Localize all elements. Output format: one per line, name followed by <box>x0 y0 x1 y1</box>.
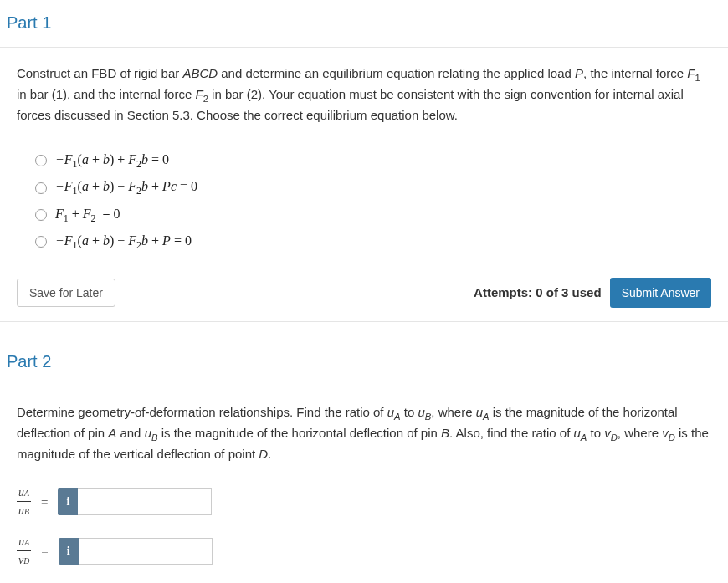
q-pinB: B <box>441 426 449 440</box>
ratio-row-1: uA uB = i <box>17 483 711 519</box>
den-sub: B <box>24 507 29 516</box>
q-vD: v <box>662 426 669 440</box>
q-vD-sub: D <box>611 432 618 442</box>
part-1: Part 1 Construct an FBD of rigid bar ABC… <box>0 0 728 322</box>
part-2: Part 2 Determine geometry-of-deformation… <box>0 339 728 583</box>
answer-input-2[interactable] <box>79 538 213 565</box>
info-icon[interactable]: i <box>58 488 78 515</box>
radio-icon[interactable] <box>35 209 47 221</box>
q-uB: u <box>418 405 424 419</box>
q-vD-sub: D <box>669 432 675 442</box>
info-icon[interactable]: i <box>59 538 79 565</box>
q-vD: v <box>604 426 611 440</box>
part-1-title: Part 1 <box>0 0 728 48</box>
q-text: , the internal force <box>583 66 687 80</box>
num-sub: A <box>24 538 29 547</box>
q-uA-sub: A <box>394 412 401 422</box>
part-1-footer: Save for Later Attempts: 0 of 3 used Sub… <box>17 278 711 308</box>
num: u <box>18 486 24 499</box>
option-row[interactable]: −F1(a + b) − F2b + Pc = 0 <box>35 176 711 198</box>
q-pinA: A <box>108 426 116 440</box>
q-text: to <box>587 426 604 440</box>
equals-sign: = <box>41 542 48 561</box>
ratio-row-2: uA vD = i <box>17 533 711 569</box>
save-button[interactable]: Save for Later <box>17 279 115 307</box>
q-uB-sub: B <box>151 432 158 442</box>
ratio-label: uA uB <box>17 483 31 519</box>
q-text: Determine geometry-of-deformation relati… <box>17 405 387 419</box>
q-P: P <box>575 66 583 80</box>
answer-input-1[interactable] <box>78 488 212 515</box>
ratio-label: uA vD <box>17 533 31 569</box>
options-list: −F1(a + b) + F2b = 0 −F1(a + b) − F2b + … <box>35 150 711 253</box>
q-uA: u <box>476 405 483 419</box>
q-uA-sub: A <box>483 412 490 422</box>
radio-icon[interactable] <box>35 182 47 194</box>
part-1-question: Construct an FBD of rigid bar ABCD and d… <box>17 64 711 125</box>
q-uA: u <box>574 426 581 440</box>
option-row[interactable]: F1 + F2 = 0 <box>35 204 711 226</box>
q-text: and <box>116 426 144 440</box>
num-sub: A <box>24 488 29 498</box>
q-text: . Also, find the ratio of <box>449 426 573 440</box>
attempts-text: Attempts: 0 of 3 used <box>474 284 602 303</box>
submit-button[interactable]: Submit Answer <box>610 278 711 308</box>
q-text: . <box>268 447 271 461</box>
q-uA: u <box>387 405 394 419</box>
den-sub: D <box>23 556 29 565</box>
q-text: is the magnitude of the horizontal defle… <box>158 426 442 440</box>
option-row[interactable]: −F1(a + b) − F2b + P = 0 <box>35 231 711 253</box>
radio-icon[interactable] <box>35 155 47 166</box>
q-F2: F <box>195 87 203 101</box>
q-uB: u <box>145 426 151 440</box>
q-text: in bar (1), and the internal force <box>17 87 195 101</box>
part-2-body: Determine geometry-of-deformation relati… <box>0 386 728 583</box>
q-abcd: ABCD <box>182 66 218 80</box>
q-F1-sub: 1 <box>695 73 700 83</box>
q-pinD: D <box>259 447 268 461</box>
q-text: , where <box>618 426 662 440</box>
den: u <box>18 504 24 517</box>
q-text: , where <box>431 405 475 419</box>
footer-right: Attempts: 0 of 3 used Submit Answer <box>474 278 711 308</box>
q-text: to <box>401 405 418 419</box>
equals-sign: = <box>41 493 48 512</box>
q-text: Construct an FBD of rigid bar <box>17 66 182 80</box>
part-2-title: Part 2 <box>0 339 728 386</box>
q-F1: F <box>687 66 695 80</box>
q-text: and determine an equilibrium equation re… <box>218 66 575 80</box>
option-row[interactable]: −F1(a + b) + F2b = 0 <box>35 150 711 171</box>
radio-icon[interactable] <box>35 236 47 248</box>
part-1-body: Construct an FBD of rigid bar ABCD and d… <box>0 48 728 322</box>
part-2-question: Determine geometry-of-deformation relati… <box>17 403 711 463</box>
